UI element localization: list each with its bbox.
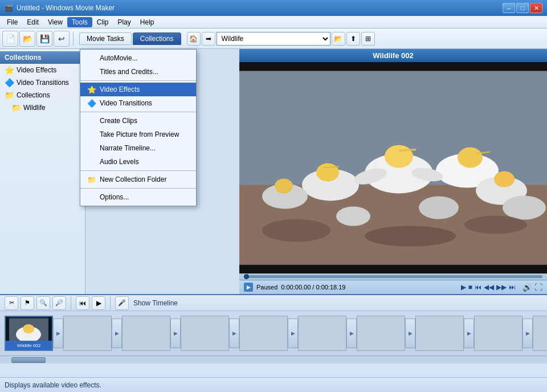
titles-icon	[87, 67, 96, 76]
timeline-split-button[interactable]: ✂	[5, 296, 18, 310]
timeline-zoom-in-button[interactable]: 🔍	[36, 296, 50, 310]
sidebar-item-label: Wildlife	[23, 104, 46, 112]
new-collection-menu-item[interactable]: 📁 New Collection Folder	[80, 173, 196, 186]
menu-help[interactable]: Help	[136, 17, 159, 27]
sidebar-item-video-transitions[interactable]: 🔷 Video Transitions	[0, 76, 85, 89]
scrollbar-thumb[interactable]	[11, 357, 46, 363]
preview-title: Wildlife 002	[239, 49, 547, 62]
save-button[interactable]: 💾	[36, 31, 52, 47]
timeline-cell-7	[357, 316, 405, 351]
timeline-prev-button[interactable]: ⏮	[76, 296, 89, 310]
menu-clip[interactable]: Clip	[92, 17, 113, 27]
audio-levels-menu-item[interactable]: Audio Levels	[80, 155, 196, 169]
play-button[interactable]: ▶	[461, 283, 466, 291]
menu-play[interactable]: Play	[113, 17, 136, 27]
forward-button[interactable]: ▶▶	[496, 283, 507, 291]
clip-name: Wildlife 002	[17, 343, 40, 348]
status-text: Displays available video effects.	[5, 381, 101, 389]
take-picture-menu-item[interactable]: Take Picture from Preview	[80, 128, 196, 141]
preview-status-text: Paused	[256, 284, 277, 291]
stop-button[interactable]: ■	[468, 283, 472, 291]
collection-options-button[interactable]: 📂	[332, 32, 345, 46]
timeline-arrow-8[interactable]: ▶	[464, 318, 474, 348]
sidebar-item-label: Collections	[17, 91, 50, 99]
fullscreen-icon[interactable]: ⛶	[534, 283, 542, 292]
timeline-arrow-1[interactable]: ▶	[53, 318, 63, 348]
sidebar-item-video-effects[interactable]: ⭐ Video Effects	[0, 64, 85, 76]
star-icon: ⭐	[5, 66, 14, 75]
minimize-button[interactable]: –	[503, 3, 515, 13]
timeline-cell-3	[122, 316, 170, 351]
preview-buttons: ▶ ■ ⏮ ◀◀ ▶▶ ⏭ 🔊 ⛶	[461, 283, 542, 292]
svg-point-14	[494, 172, 515, 187]
timeline-arrow-2[interactable]: ▶	[112, 318, 122, 348]
new-collection-icon: 📁	[87, 175, 96, 184]
toolbar-separator	[73, 32, 74, 46]
narrate-menu-item[interactable]: Narrate Timeline...	[80, 141, 196, 155]
sidebar-item-label: Video Transitions	[17, 79, 69, 87]
undo-button[interactable]: ↩	[54, 31, 70, 47]
svg-point-9	[458, 148, 483, 168]
preview-controls: ▶ Paused 0:00:00.00 / 0:00:18.19 ▶ ■ ⏮ ◀…	[239, 280, 547, 294]
svg-point-3	[385, 145, 413, 168]
close-button[interactable]: ✕	[530, 3, 542, 13]
timeline-arrow-9[interactable]: ▶	[522, 318, 533, 348]
timeline-sep	[71, 296, 71, 310]
collection-import-button[interactable]: ⬆	[346, 32, 360, 46]
timeline-arrow-7[interactable]: ▶	[405, 318, 415, 348]
collection-dropdown[interactable]: Wildlife	[217, 32, 330, 46]
new-button[interactable]: 📄	[2, 31, 18, 47]
timeline-arrow-3[interactable]: ▶	[170, 318, 181, 348]
preview-status: ▶ Paused 0:00:00.00 / 0:00:18.19	[244, 283, 345, 292]
sidebar-item-collections[interactable]: 📁 Collections	[0, 89, 85, 101]
preview-time: 0:00:00.00 / 0:00:18.19	[281, 284, 345, 291]
status-bar: Displays available video effects.	[0, 377, 547, 392]
sidebar: Collections ⭐ Video Effects 🔷 Video Tran…	[0, 49, 85, 294]
sidebar-item-wildlife[interactable]: 📁 Wildlife	[0, 101, 85, 114]
movie-tasks-tab[interactable]: Movie Tasks	[79, 32, 132, 45]
svg-point-15	[419, 197, 459, 219]
sidebar-item-label: Video Effects	[17, 66, 56, 74]
timeline-trim-button[interactable]: ⚑	[21, 296, 34, 310]
timeline-arrow-5[interactable]: ▶	[288, 318, 298, 348]
video-transitions-menu-item[interactable]: 🔷 Video Transitions	[80, 96, 196, 110]
app-icon: 🎬	[5, 4, 13, 12]
preview-video	[239, 62, 547, 273]
maximize-button[interactable]: □	[516, 3, 529, 13]
timeline-arrow-4[interactable]: ▶	[229, 318, 239, 348]
end-button[interactable]: ⏭	[509, 283, 516, 291]
collection-grid-button[interactable]: ⊞	[361, 32, 375, 46]
timeline-play-button[interactable]: ▶	[92, 296, 105, 310]
create-clips-menu-item[interactable]: Create Clips	[80, 114, 196, 128]
collection-forward-button[interactable]: ➡	[202, 32, 215, 46]
seek-bar[interactable]	[244, 275, 542, 278]
menu-file[interactable]: File	[2, 17, 22, 27]
timeline-scrollbar[interactable]	[0, 356, 547, 364]
menu-divider-3	[80, 170, 196, 171]
timeline-zoom-out-button[interactable]: 🔎	[52, 296, 66, 310]
timeline-area: ✂ ⚑ 🔍 🔎 ⏮ ▶ 🎤 Show Timeline Wildlife 002	[0, 294, 547, 361]
video-effects-menu-item[interactable]: ⭐ Video Effects	[80, 83, 196, 96]
svg-point-12	[275, 179, 293, 194]
prev-button[interactable]: ⏮	[475, 283, 481, 291]
collection-back-button[interactable]: 🏠	[187, 32, 201, 46]
menu-divider-2	[80, 112, 196, 112]
titles-menu-item[interactable]: Titles and Credits...	[80, 65, 196, 79]
show-timeline-label: Show Timeline	[133, 299, 178, 307]
options-menu-item[interactable]: Options...	[80, 190, 196, 204]
automovie-menu-item[interactable]: AutoMovie...	[80, 51, 196, 65]
collections-tab[interactable]: Collections	[133, 32, 181, 45]
svg-point-17	[503, 196, 546, 220]
timeline-narrate-button[interactable]: 🎤	[115, 296, 129, 310]
timeline-clip-1[interactable]: Wildlife 002	[5, 316, 53, 351]
svg-point-6	[316, 164, 339, 182]
menu-tools[interactable]: Tools	[67, 17, 92, 27]
rewind-button[interactable]: ◀◀	[484, 283, 494, 291]
narrate-icon	[87, 144, 96, 153]
menu-view[interactable]: View	[43, 17, 67, 27]
video-effects-icon: ⭐	[87, 85, 96, 94]
seek-handle[interactable]	[244, 274, 249, 279]
timeline-arrow-6[interactable]: ▶	[346, 318, 357, 348]
menu-edit[interactable]: Edit	[22, 17, 43, 27]
open-button[interactable]: 📂	[19, 31, 35, 47]
